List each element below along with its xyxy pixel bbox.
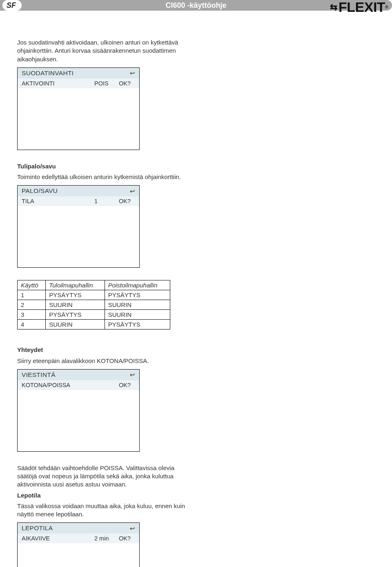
fire-text: Toiminto edellyttää ulkoisen anturin kyt… bbox=[17, 173, 189, 181]
panel-row[interactable]: AIKAVIIVE 2 min OK? bbox=[18, 533, 139, 543]
fan-mode-table: Käyttö Tuloilmapuhallin Poistoilmapuhall… bbox=[17, 280, 170, 329]
row-value: 1 bbox=[94, 198, 119, 204]
panel-suodatinvahti: SUODATINVAHTI ↩ AKTIVOINTI POIS OK? bbox=[17, 67, 140, 150]
row-ok: OK? bbox=[119, 382, 135, 388]
panel-title-text: LEPOTILA bbox=[22, 524, 53, 532]
left-column: Jos suodatinvahti aktivoidaan, ulkoinen … bbox=[17, 38, 189, 329]
panel-row[interactable]: TILA 1 OK? bbox=[18, 196, 139, 206]
col-header: Käyttö bbox=[18, 280, 46, 290]
col-header: Poistoilmapuhallin bbox=[105, 280, 170, 290]
page-header: SF CI600 -käyttöohje ⇆ FLEXIT ® bbox=[0, 0, 392, 18]
table-row: 3PYSÄYTYSSUURIN bbox=[18, 310, 170, 320]
panel-palo-savu: PALO/SAVU ↩ TILA 1 OK? bbox=[17, 185, 140, 268]
right-column: Yhteydet Siirry eteenpäin alavalikkoon K… bbox=[17, 346, 189, 567]
table-row: 2SUURINSUURIN bbox=[18, 300, 170, 310]
row-label: KOTONA/POISSA bbox=[22, 382, 94, 388]
language-badge: SF bbox=[2, 0, 22, 11]
panel-row[interactable]: AKTIVOINTI POIS OK? bbox=[18, 78, 139, 88]
back-icon[interactable]: ↩ bbox=[130, 525, 135, 531]
row-ok: OK? bbox=[119, 535, 135, 542]
table-header-row: Käyttö Tuloilmapuhallin Poistoilmapuhall… bbox=[18, 280, 170, 290]
row-ok: OK? bbox=[119, 198, 135, 204]
intro-paragraph: Jos suodatinvahti aktivoidaan, ulkoinen … bbox=[17, 38, 189, 63]
row-ok: OK? bbox=[119, 80, 135, 87]
back-icon[interactable]: ↩ bbox=[130, 70, 135, 76]
col-header: Tuloilmapuhallin bbox=[46, 280, 105, 290]
connections-text: Siirry eteenpäin alavalikkoon KOTONA/POI… bbox=[17, 357, 189, 365]
document-title: CI600 -käyttöohje bbox=[165, 1, 226, 10]
brand-logo: ⇆ FLEXIT ® bbox=[330, 0, 388, 15]
panel-lepotila: LEPOTILA ↩ AIKAVIIVE 2 min OK? bbox=[17, 522, 140, 567]
settings-text: Säädöt tehdään vaihtoehdolle POISSA. Val… bbox=[17, 464, 189, 489]
panel-title-text: PALO/SAVU bbox=[22, 187, 58, 195]
logo-registered: ® bbox=[385, 5, 388, 9]
row-label: AKTIVOINTI bbox=[22, 80, 94, 87]
row-label: AIKAVIIVE bbox=[22, 535, 94, 542]
panel-viestinta: VIESTINTÄ ↩ KOTONA/POISSA OK? bbox=[17, 369, 140, 452]
table-row: 1PYSÄYTYSPYSÄYTYS bbox=[18, 290, 170, 300]
row-value: 2 min bbox=[94, 535, 119, 542]
row-label: TILA bbox=[22, 198, 94, 204]
row-value: POIS bbox=[94, 80, 119, 87]
back-icon[interactable]: ↩ bbox=[130, 188, 135, 194]
lepotila-heading: Lepotila bbox=[17, 491, 189, 500]
table-row: 4SUURINPYSÄYTYS bbox=[18, 320, 170, 329]
logo-text: FLEXIT bbox=[339, 0, 385, 15]
logo-arrows-icon: ⇆ bbox=[330, 2, 337, 13]
lepotila-text: Tässä valikossa voidaan muuttaa aika, jo… bbox=[17, 502, 189, 519]
panel-row[interactable]: KOTONA/POISSA OK? bbox=[18, 380, 139, 390]
fire-heading: Tulipalo/savu bbox=[17, 162, 189, 170]
connections-heading: Yhteydet bbox=[17, 346, 189, 354]
panel-title-text: SUODATINVAHTI bbox=[22, 69, 74, 77]
panel-title-text: VIESTINTÄ bbox=[22, 371, 56, 379]
back-icon[interactable]: ↩ bbox=[130, 372, 135, 378]
